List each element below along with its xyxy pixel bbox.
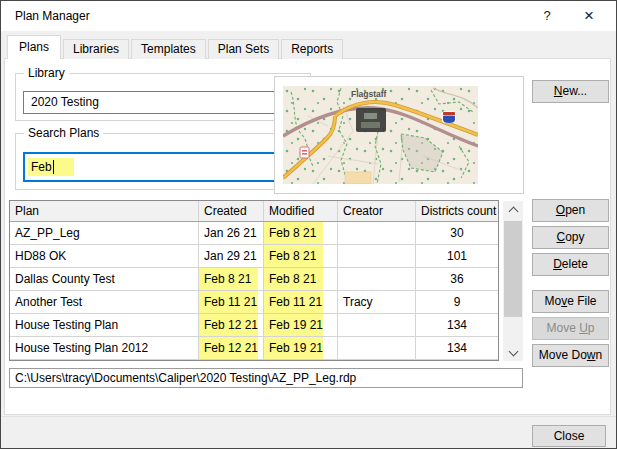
plans-table: Plan Created Modified Creator Districts … xyxy=(9,200,499,361)
footer-bar xyxy=(1,416,616,449)
column-header-modified[interactable]: Modified xyxy=(264,201,338,221)
search-input[interactable]: Feb xyxy=(23,152,303,182)
delete-button[interactable]: Delete xyxy=(532,253,609,276)
table-header-row: Plan Created Modified Creator Districts … xyxy=(10,201,498,222)
library-dropdown[interactable]: 2020 Testing xyxy=(23,91,303,114)
search-label: Search Plans xyxy=(24,126,103,140)
window-close-button[interactable]: × xyxy=(570,1,608,31)
cell-creator xyxy=(338,268,416,290)
table-row[interactable]: HD88 OK Jan 29 21 Feb 8 21 101 xyxy=(10,245,498,268)
chevron-up-icon xyxy=(509,207,519,217)
open-button[interactable]: Open xyxy=(532,199,609,222)
cell-created: Feb 12 21 xyxy=(199,314,264,336)
help-icon: ? xyxy=(543,8,550,23)
cell-modified: Feb 19 21 xyxy=(264,314,338,336)
scroll-up-button[interactable] xyxy=(503,201,523,218)
cell-created: Jan 26 21 xyxy=(199,222,264,244)
interstate-shield-icon xyxy=(442,111,456,123)
cell-creator xyxy=(338,245,416,267)
cell-plan: HD88 OK xyxy=(10,245,199,267)
cell-plan: Another Test xyxy=(10,291,199,313)
tab-templates[interactable]: Templates xyxy=(131,39,206,59)
search-value: Feb xyxy=(31,160,52,174)
cell-districts: 36 xyxy=(416,268,498,290)
cell-created: Feb 11 21 xyxy=(199,291,264,313)
table-scrollbar[interactable] xyxy=(503,201,523,361)
table-row[interactable]: Dallas County Test Feb 8 21 Feb 8 21 36 xyxy=(10,268,498,291)
cell-modified: Feb 19 21 xyxy=(264,337,338,359)
library-label: Library xyxy=(24,66,69,80)
new-button[interactable]: New... xyxy=(532,80,609,103)
tab-reports[interactable]: Reports xyxy=(281,39,343,59)
cell-districts: 134 xyxy=(416,314,498,336)
cell-plan: Dallas County Test xyxy=(10,268,199,290)
scroll-down-button[interactable] xyxy=(503,344,523,361)
cell-created: Feb 12 21 xyxy=(199,337,264,359)
map-callout xyxy=(356,108,386,132)
tab-strip: Plans Libraries Templates Plan Sets Repo… xyxy=(7,35,345,59)
copy-button[interactable]: Copy xyxy=(532,226,609,249)
cell-plan: House Testing Plan 2012 xyxy=(10,337,199,359)
cell-creator xyxy=(338,314,416,336)
cell-creator xyxy=(338,222,416,244)
map-preview-image: Flagstaff xyxy=(283,86,478,184)
help-button[interactable]: ? xyxy=(528,1,566,31)
move-up-button: Move Up xyxy=(532,317,609,340)
cell-plan: House Testing Plan xyxy=(10,314,199,336)
cell-creator: Tracy xyxy=(338,291,416,313)
search-text-highlight: Feb xyxy=(28,158,74,176)
cell-districts: 30 xyxy=(416,222,498,244)
table-row[interactable]: Another Test Feb 11 21 Feb 11 21 Tracy 9 xyxy=(10,291,498,314)
cell-districts: 9 xyxy=(416,291,498,313)
move-down-button[interactable]: Move Down xyxy=(532,344,609,367)
tab-plan-sets[interactable]: Plan Sets xyxy=(208,39,279,59)
column-header-districts[interactable]: Districts count xyxy=(416,201,498,221)
cell-created: Jan 29 21 xyxy=(199,245,264,267)
library-selected-value: 2020 Testing xyxy=(31,92,99,113)
cell-modified: Feb 8 21 xyxy=(264,222,338,244)
move-file-button[interactable]: Move File xyxy=(532,290,609,313)
scrollbar-thumb[interactable] xyxy=(504,221,522,317)
column-header-creator[interactable]: Creator xyxy=(338,201,416,221)
column-header-plan[interactable]: Plan xyxy=(10,201,199,221)
cell-created: Feb 8 21 xyxy=(199,268,264,290)
cell-modified: Feb 8 21 xyxy=(264,245,338,267)
chevron-down-icon xyxy=(509,347,519,357)
window-title: Plan Manager xyxy=(15,1,90,31)
table-row[interactable]: AZ_PP_Leg Jan 26 21 Feb 8 21 30 xyxy=(10,222,498,245)
tab-plans[interactable]: Plans xyxy=(7,35,61,59)
cell-districts: 134 xyxy=(416,337,498,359)
title-bar: Plan Manager ? × xyxy=(1,1,616,31)
plan-manager-dialog: Plan Manager ? × Plans Libraries Templat… xyxy=(0,0,617,449)
route-shield-icon xyxy=(300,147,309,158)
table-row[interactable]: House Testing Plan 2012 Feb 12 21 Feb 19… xyxy=(10,337,498,360)
map-city-label: Flagstaff xyxy=(351,89,387,99)
map-preview-panel: Flagstaff xyxy=(274,76,524,194)
tab-libraries[interactable]: Libraries xyxy=(63,39,129,59)
column-header-created[interactable]: Created xyxy=(199,201,264,221)
cell-districts: 101 xyxy=(416,245,498,267)
close-button[interactable]: Close xyxy=(532,425,606,447)
selected-plan-path-field[interactable]: C:\Users\tracy\Documents\Caliper\2020 Te… xyxy=(9,368,523,388)
cell-creator xyxy=(338,337,416,359)
cell-modified: Feb 11 21 xyxy=(264,291,338,313)
cell-plan: AZ_PP_Leg xyxy=(10,222,199,244)
close-icon: × xyxy=(584,6,594,25)
table-row[interactable]: House Testing Plan Feb 12 21 Feb 19 21 1… xyxy=(10,314,498,337)
cell-modified: Feb 8 21 xyxy=(264,268,338,290)
